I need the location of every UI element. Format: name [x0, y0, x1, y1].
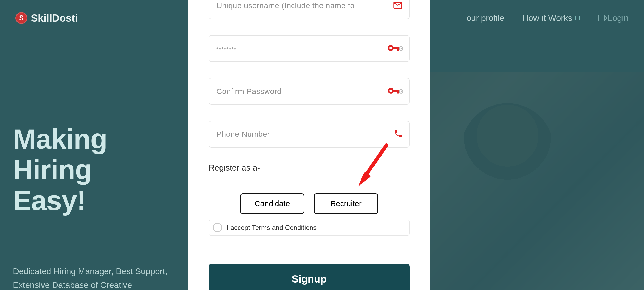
nav-how-it-works[interactable]: How it Works: [522, 13, 580, 23]
username-field-wrap: [209, 0, 410, 19]
nav-how-label: How it Works: [522, 13, 572, 23]
signup-button[interactable]: Signup: [209, 264, 410, 290]
logo-letter: S: [19, 14, 24, 22]
password-input[interactable]: [216, 44, 402, 53]
hero-title-line2: Easy!: [13, 185, 86, 216]
nav-profile-label: our profile: [467, 13, 504, 23]
confirm-password-input[interactable]: [216, 87, 402, 96]
terms-row: I accept Terms and Conditions: [209, 220, 410, 236]
hero-title-line1: Making Hiring: [13, 123, 107, 185]
role-recruiter-button[interactable]: Recruiter: [314, 193, 378, 214]
svg-rect-7: [397, 90, 399, 94]
key-icon: [388, 43, 403, 54]
svg-rect-2: [397, 47, 399, 51]
page-root: S SkillDosti our profile How it Works Lo…: [0, 0, 644, 290]
logo-icon: S: [15, 12, 27, 24]
terms-label: I accept Terms and Conditions: [227, 224, 317, 232]
nav-profile[interactable]: our profile: [467, 13, 504, 23]
role-buttons: Candidate Recruiter: [209, 193, 410, 214]
svg-point-4: [401, 48, 402, 49]
square-icon: [575, 16, 580, 20]
key-icon: [388, 86, 403, 96]
svg-point-5: [389, 89, 393, 93]
register-as-label: Register as a-: [209, 163, 410, 173]
username-input[interactable]: [216, 1, 402, 10]
brand[interactable]: S SkillDosti: [15, 12, 78, 24]
nav-login-label: Login: [608, 13, 629, 23]
terms-checkbox[interactable]: [213, 223, 222, 232]
hero-text: Making Hiring Easy! Dedicated Hiring Man…: [13, 124, 193, 290]
brand-name: SkillDosti: [31, 12, 78, 24]
role-candidate-button[interactable]: Candidate: [240, 193, 304, 214]
nav-login[interactable]: Login: [598, 13, 629, 23]
mail-icon: [393, 0, 403, 11]
signup-modal: Register as a- Candidate Recruiter I acc…: [188, 0, 430, 290]
hero-title: Making Hiring Easy!: [13, 124, 193, 216]
confirm-password-field-wrap: [209, 78, 410, 105]
phone-field-wrap: [209, 121, 410, 148]
phone-icon: [394, 129, 403, 139]
hero-subtitle: Dedicated Hiring Manager, Best Support, …: [13, 265, 180, 290]
login-icon: [598, 15, 605, 21]
phone-input[interactable]: [216, 130, 402, 139]
svg-point-0: [389, 46, 393, 50]
nav: our profile How it Works Login: [467, 13, 629, 23]
password-field-wrap: [209, 35, 410, 62]
